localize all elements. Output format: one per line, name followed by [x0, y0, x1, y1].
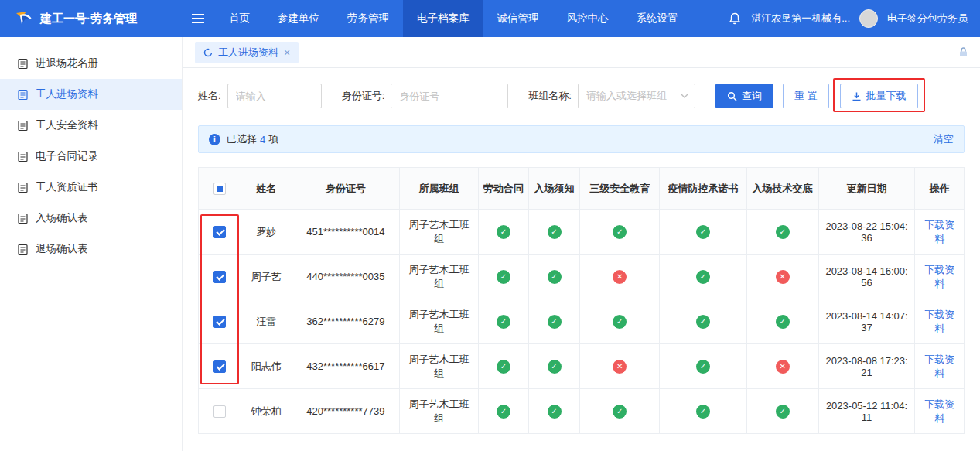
document-icon: [17, 213, 29, 224]
status-pass-icon: ✓: [696, 360, 710, 374]
status-pass-icon: ✓: [497, 405, 510, 419]
document-icon: [17, 89, 29, 101]
sidebar-item-roster[interactable]: 进退场花名册: [0, 48, 182, 79]
sidebar-item-entry-docs[interactable]: 工人进场资料: [0, 79, 182, 110]
sidebar-item-exit-confirm[interactable]: 退场确认表: [0, 234, 182, 265]
col-header-tech-briefing: 入场技术交底: [746, 168, 818, 210]
document-icon: [17, 244, 29, 255]
table-row: 罗妙451**********0014周子艺木工班组✓✓✓✓✓2023-08-2…: [199, 210, 965, 255]
notification-bell-icon[interactable]: [728, 12, 742, 26]
sidebar-item-safety-docs[interactable]: 工人安全资料: [0, 110, 182, 141]
worker-team: 周子艺木工班组: [400, 299, 479, 344]
menu-icon[interactable]: [192, 14, 204, 23]
sidebar-item-certificates[interactable]: 工人资质证书: [0, 172, 182, 203]
user-avatar[interactable]: [859, 9, 878, 28]
selection-text-prefix: 已选择: [227, 132, 257, 146]
row-checkbox[interactable]: [213, 271, 226, 283]
row-checkbox[interactable]: [213, 316, 226, 328]
col-header-epidemic-commitment: 疫情防控承诺书: [660, 168, 746, 210]
lock-icon[interactable]: [958, 46, 969, 58]
sidebar-item-label: 退场确认表: [36, 242, 88, 256]
download-link[interactable]: 下载资料: [924, 264, 954, 289]
status-pass-icon: ✓: [696, 270, 710, 284]
col-header-team: 所属班组: [400, 168, 479, 210]
row-checkbox[interactable]: [213, 405, 226, 418]
sidebar-item-label: 电子合同记录: [36, 149, 98, 163]
tab-worker-entry-docs[interactable]: 工人进场资料 ×: [195, 42, 299, 63]
worker-team: 周子艺木工班组: [400, 389, 479, 434]
batch-download-button[interactable]: 批量下载: [840, 84, 918, 108]
sidebar-item-entry-confirm[interactable]: 入场确认表: [0, 203, 182, 234]
worker-name: 罗妙: [241, 210, 292, 255]
document-icon: [17, 151, 29, 162]
selection-text-suffix: 项: [268, 132, 278, 146]
filter-bar: 姓名: 身份证号: 班组名称: 请输入或选择班组 查询 重 置: [198, 84, 965, 108]
status-pass-icon: ✓: [548, 405, 562, 419]
status-fail-icon: ✕: [776, 270, 790, 284]
col-header-update-date: 更新日期: [818, 168, 915, 210]
update-date: 2023-05-12 11:04:11: [818, 389, 915, 434]
row-checkbox[interactable]: [213, 360, 226, 373]
search-button-label: 查询: [742, 89, 762, 103]
app-logo-icon: [14, 9, 34, 29]
status-pass-icon: ✓: [497, 225, 510, 239]
status-pass-icon: ✓: [613, 225, 627, 239]
download-link[interactable]: 下载资料: [924, 354, 954, 379]
worker-team: 周子艺木工班组: [400, 255, 479, 299]
status-pass-icon: ✓: [548, 360, 562, 374]
user-role[interactable]: 电子签分包劳务员: [887, 12, 968, 26]
status-fail-icon: ✕: [613, 360, 627, 374]
table-row: 汪雷362**********6279周子艺木工班组✓✓✓✓✓2023-08-1…: [199, 299, 965, 344]
id-number-input[interactable]: [391, 84, 508, 108]
status-pass-icon: ✓: [613, 405, 627, 419]
worker-id-number: 420**********7739: [292, 389, 400, 434]
chevron-down-icon: [681, 94, 688, 98]
workers-table: 姓名 身份证号 所属班组 劳动合同 入场须知 三级安全教育 疫情防控承诺书 入场…: [198, 167, 965, 434]
document-icon: [17, 182, 29, 193]
status-pass-icon: ✓: [548, 270, 562, 284]
team-select-placeholder: 请输入或选择班组: [586, 89, 667, 103]
update-date: 2023-08-22 15:04:36: [818, 210, 915, 255]
refresh-icon[interactable]: [203, 48, 213, 57]
status-pass-icon: ✓: [497, 270, 510, 284]
nav-item-credit[interactable]: 诚信管理: [483, 0, 553, 37]
row-checkbox[interactable]: [213, 226, 226, 238]
select-all-checkbox[interactable]: [213, 183, 226, 195]
table-row: 阳志伟432**********6617周子艺木工班组✓✓✕✓✕2023-08-…: [199, 344, 965, 389]
table-row: 周子艺440**********0035周子艺木工班组✓✓✕✓✕2023-08-…: [199, 255, 965, 299]
nav-item-home[interactable]: 首页: [215, 0, 264, 37]
nav-item-labor[interactable]: 劳务管理: [333, 0, 403, 37]
close-icon[interactable]: ×: [284, 47, 290, 58]
status-pass-icon: ✓: [776, 225, 790, 239]
reset-button[interactable]: 重 置: [783, 84, 829, 108]
col-header-id: 身份证号: [292, 168, 400, 210]
col-header-safety-education: 三级安全教育: [579, 168, 660, 210]
status-pass-icon: ✓: [613, 315, 627, 329]
download-link[interactable]: 下载资料: [924, 309, 954, 334]
topbar: 建工一号·劳务管理 首页 参建单位 劳务管理 电子档案库 诚信管理 风控中心 系…: [0, 0, 980, 37]
table-row: 钟荣柏420**********7739周子艺木工班组✓✓✓✓✓2023-05-…: [199, 389, 965, 434]
nav-item-units[interactable]: 参建单位: [264, 0, 333, 37]
worker-name: 汪雷: [241, 299, 292, 344]
download-link[interactable]: 下载资料: [924, 398, 954, 424]
status-pass-icon: ✓: [497, 360, 510, 374]
col-header-name: 姓名: [241, 168, 292, 210]
document-icon: [17, 120, 29, 132]
nav-item-settings[interactable]: 系统设置: [623, 0, 692, 37]
company-name[interactable]: 湛江农垦第一机械有...: [751, 12, 850, 26]
selection-count: 4: [260, 134, 265, 145]
worker-name: 周子艺: [241, 255, 292, 299]
sidebar-item-contracts[interactable]: 电子合同记录: [0, 141, 182, 172]
nav-item-archive[interactable]: 电子档案库: [403, 0, 483, 37]
team-select[interactable]: 请输入或选择班组: [578, 84, 695, 108]
nav-item-risk[interactable]: 风控中心: [553, 0, 623, 37]
search-button[interactable]: 查询: [715, 84, 773, 108]
top-nav: 首页 参建单位 劳务管理 电子档案库 诚信管理 风控中心 系统设置: [215, 0, 692, 37]
worker-id-number: 440**********0035: [292, 255, 400, 299]
info-icon: i: [209, 134, 220, 145]
name-input[interactable]: [227, 84, 322, 108]
download-link[interactable]: 下载资料: [924, 219, 954, 244]
col-header-actions: 操作: [915, 168, 965, 210]
clear-selection-link[interactable]: 清空: [934, 132, 954, 146]
worker-name: 阳志伟: [241, 344, 292, 389]
